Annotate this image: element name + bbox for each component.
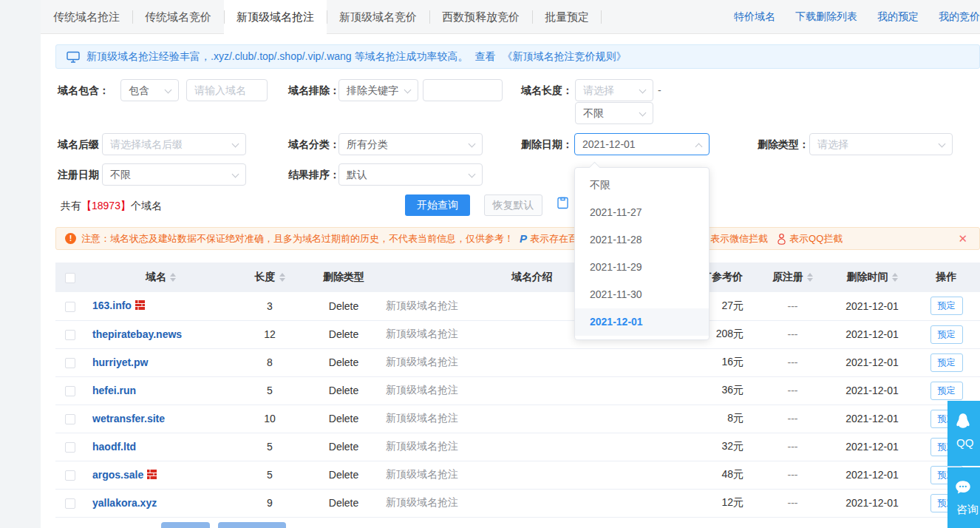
save-condition-icon[interactable] <box>557 196 568 212</box>
domain-link[interactable]: yallakora.xyz <box>92 497 157 509</box>
domain-link[interactable]: argos.sale <box>92 469 143 481</box>
consult-floater[interactable]: 咨询 <box>947 467 980 528</box>
length-cell: 12 <box>237 320 303 348</box>
delete-type-cell: Delete <box>303 292 384 320</box>
row-checkbox[interactable] <box>65 470 75 481</box>
sort-icon[interactable] <box>279 273 285 282</box>
original-reg-cell: --- <box>754 376 831 405</box>
close-icon[interactable]: ✕ <box>958 233 967 245</box>
chevron-down-icon <box>939 141 946 148</box>
delete-type-cell: Delete <box>303 433 384 461</box>
tab-6[interactable]: 批量预定 <box>532 0 602 33</box>
table-row: yallakora.xyz9Delete新顶级域名抢注12元---2021-12… <box>55 489 980 517</box>
exclude-mode-select[interactable]: 排除关键字 <box>338 79 418 101</box>
price-cell: 16元 <box>680 348 754 376</box>
col-delete-time[interactable]: 删除时间 <box>831 263 913 292</box>
banner-rules-link[interactable]: 《新顶域名抢注竞价规则》 <box>503 50 627 64</box>
delete-date-dropdown: 不限2021-11-272021-11-282021-11-292021-11-… <box>574 167 710 340</box>
row-checkbox[interactable] <box>65 414 75 424</box>
delete-type-select[interactable]: 请选择 <box>809 133 953 155</box>
col-original-reg[interactable]: 原注册 <box>754 263 831 292</box>
result-count-number: 【18973】 <box>81 200 131 211</box>
exclude-keyword-input[interactable] <box>423 79 503 101</box>
topnav-link-2[interactable]: 下载删除列表 <box>795 10 857 24</box>
dropdown-option[interactable]: 2021-11-28 <box>575 226 709 254</box>
include-mode-select[interactable]: 包含 <box>120 79 179 101</box>
dropdown-option[interactable]: 2021-11-29 <box>575 254 709 281</box>
exclude-label: 域名排除： <box>288 79 340 101</box>
domain-link[interactable]: thepiratebay.news <box>92 328 182 340</box>
row-checkbox[interactable] <box>65 358 75 368</box>
reset-default-button[interactable]: 恢复默认 <box>484 194 542 216</box>
domain-keyword-input[interactable] <box>186 79 268 101</box>
dropdown-option[interactable]: 2021-11-30 <box>575 281 709 308</box>
delete-time-cell: 2021-12-01 <box>831 461 913 489</box>
sort-select[interactable]: 默认 <box>338 163 483 186</box>
reserve-button[interactable]: 预定 <box>930 353 963 372</box>
delete-type-cell: Delete <box>303 320 384 348</box>
domain-link[interactable]: hurriyet.pw <box>92 356 148 368</box>
pagination-button-1[interactable] <box>161 522 210 528</box>
dropdown-option[interactable]: 2021-12-01 <box>575 308 709 336</box>
length-range-dash: - <box>658 79 661 101</box>
chevron-down-icon <box>232 171 239 178</box>
chat-bubble-icon <box>953 478 980 501</box>
pagination-button-2[interactable] <box>218 522 286 528</box>
row-checkbox[interactable] <box>65 442 75 453</box>
topnav-link-1[interactable]: 特价域名 <box>734 10 775 24</box>
row-checkbox[interactable] <box>65 386 75 396</box>
delete-time-cell: 2021-12-01 <box>831 376 913 405</box>
qq-icon <box>777 233 786 245</box>
tab-4[interactable]: 新顶级域名竞价 <box>327 0 429 33</box>
banner-view-link[interactable]: 查看 <box>475 50 496 64</box>
category-select[interactable]: 所有分类 <box>338 133 483 155</box>
sort-icon[interactable] <box>807 273 813 282</box>
row-checkbox[interactable] <box>65 330 75 340</box>
row-checkbox[interactable] <box>65 302 75 312</box>
reserve-button[interactable]: 预定 <box>930 325 963 344</box>
sort-icon[interactable] <box>170 273 176 282</box>
original-reg-cell: --- <box>754 461 831 489</box>
tab-5[interactable]: 西数预释放竞价 <box>429 0 532 33</box>
qq-floater[interactable]: QQ <box>947 401 980 466</box>
domain-link[interactable]: 163.info <box>92 299 132 311</box>
delete-type-cell: Delete <box>303 405 384 433</box>
start-query-button[interactable]: 开始查询 <box>405 194 470 216</box>
length-from-select[interactable]: 请选择 <box>575 79 653 101</box>
col-domain[interactable]: 域名 <box>85 263 237 292</box>
dropdown-option[interactable]: 不限 <box>575 172 709 199</box>
table-row: hurriyet.pw8Delete新顶级域名抢注16元---2021-12-0… <box>55 348 980 376</box>
topnav-link-4[interactable]: 我的竞价 <box>939 10 980 24</box>
price-cell: 32元 <box>680 433 754 461</box>
select-all-checkbox[interactable] <box>65 273 75 283</box>
tab-1[interactable]: 传统域名抢注 <box>41 0 132 33</box>
table-row: thepiratebay.news12Delete新顶级域名抢注208元---2… <box>55 320 980 348</box>
delete-time-cell: 2021-12-01 <box>831 489 913 517</box>
reserve-button[interactable]: 预定 <box>930 297 963 315</box>
delete-time-cell: 2021-12-01 <box>831 292 913 320</box>
table-row: hefei.run5Delete新顶级域名抢注36元---2021-12-01预… <box>55 376 980 405</box>
domain-link[interactable]: wetransfer.site <box>92 413 165 424</box>
reserve-button[interactable]: 预定 <box>930 382 963 400</box>
banner-text: 新顶级域名抢注经验丰富，.xyz/.club/.top/.shop/.vip/.… <box>86 50 469 64</box>
col-delete-type: 删除类型 <box>303 263 384 292</box>
topnav-link-3[interactable]: 我的预定 <box>877 10 919 24</box>
table-row: 163.info3Delete新顶级域名抢注27元---2021-12-01预定 <box>55 292 980 320</box>
chevron-down-icon <box>639 109 647 117</box>
wall-icon <box>147 470 157 481</box>
tab-2[interactable]: 传统域名竞价 <box>132 0 224 33</box>
reg-date-select[interactable]: 不限 <box>102 163 246 186</box>
domain-link[interactable]: hefei.run <box>92 385 136 396</box>
delete-type-cell: Delete <box>303 376 384 405</box>
delete-date-label: 删除日期： <box>521 133 573 155</box>
length-to-select[interactable]: 不限 <box>575 102 653 124</box>
suffix-select[interactable]: 请选择域名后缀 <box>102 133 246 155</box>
intro-cell: 新顶级域名抢注 <box>384 376 680 405</box>
sort-icon[interactable] <box>892 273 898 282</box>
row-checkbox[interactable] <box>65 498 75 509</box>
dropdown-option[interactable]: 2021-11-27 <box>575 199 709 226</box>
delete-date-select[interactable]: 2021-12-01 <box>574 133 710 155</box>
col-length[interactable]: 长度 <box>237 263 303 292</box>
domain-link[interactable]: haodf.ltd <box>92 441 136 453</box>
tab-3[interactable]: 新顶级域名抢注 <box>224 0 327 35</box>
